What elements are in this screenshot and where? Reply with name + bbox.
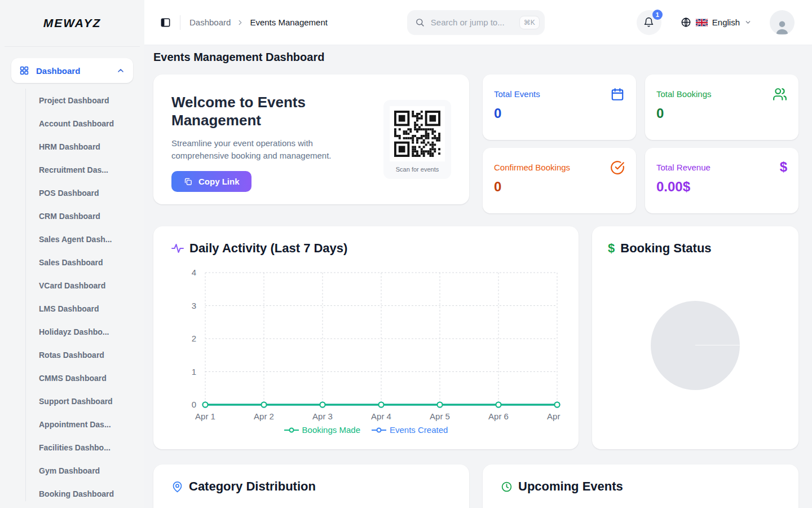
page-content: Events Management Dashboard Welcome to E… xyxy=(144,45,812,508)
clock-icon xyxy=(501,481,513,493)
welcome-card: Welcome to Events Management Streamline … xyxy=(153,75,469,204)
dollar-icon: $ xyxy=(780,160,787,174)
daily-activity-title: Daily Activity (Last 7 Days) xyxy=(189,241,347,256)
sidebar-item-label: Sales Dashboard xyxy=(39,258,103,267)
breadcrumb: Dashboard Events Management xyxy=(189,17,328,27)
search-input[interactable] xyxy=(430,17,514,28)
brand-logo: MEWAYZ xyxy=(43,16,102,30)
category-distribution-header: Category Distribution xyxy=(171,479,451,494)
sidebar-item-account-dashboard[interactable]: Account Dashboard xyxy=(0,112,144,135)
daily-activity-header: Daily Activity (Last 7 Days) xyxy=(171,241,561,256)
sidebar-item-label: Project Dashboard xyxy=(39,96,109,105)
chart-legend: Bookings MadeEvents Created xyxy=(171,425,561,435)
svg-text:Apr 3: Apr 3 xyxy=(312,411,333,421)
booking-status-title: Booking Status xyxy=(620,241,711,256)
qr-caption: Scan for events xyxy=(396,166,439,173)
legend-label: Events Created xyxy=(390,425,448,435)
booking-status-card: $ Booking Status xyxy=(592,226,798,449)
sidebar-item-cmms-dashboard[interactable]: CMMS Dashboard xyxy=(0,366,144,389)
breadcrumb-parent[interactable]: Dashboard xyxy=(189,17,231,27)
sidebar-item-appointment-das[interactable]: Appointment Das... xyxy=(0,413,144,436)
sidebar-item-label: Appointment Das... xyxy=(39,420,111,429)
uk-flag-icon xyxy=(696,19,708,27)
sidebar-item-label: Account Dashboard xyxy=(39,119,114,128)
row-charts: Daily Activity (Last 7 Days) 01234Apr 1A… xyxy=(153,226,798,449)
language-label: English xyxy=(712,17,740,27)
sidebar-item-hrm-dashboard[interactable]: HRM Dashboard xyxy=(0,135,144,158)
sidebar-item-sales-dashboard[interactable]: Sales Dashboard xyxy=(0,251,144,274)
sidebar-section-dashboard[interactable]: Dashboard xyxy=(11,58,133,83)
sidebar-item-rotas-dashboard[interactable]: Rotas Dashboard xyxy=(0,343,144,366)
legend-marker-icon xyxy=(284,427,299,433)
sidebar-item-project-dashboard[interactable]: Project Dashboard xyxy=(0,89,144,112)
svg-text:0: 0 xyxy=(192,400,196,409)
globe-icon xyxy=(681,17,691,28)
search-shortcut-badge: ⌘K xyxy=(519,16,540,29)
svg-text:2: 2 xyxy=(192,334,196,343)
legend-item-bookings-made: Bookings Made xyxy=(284,425,360,435)
svg-text:Apr 5: Apr 5 xyxy=(430,411,450,421)
stat-label: Total Bookings xyxy=(656,89,787,99)
sidebar-item-holidayz-dashbo[interactable]: Holidayz Dashbo... xyxy=(0,320,144,343)
upcoming-events-header: Upcoming Events xyxy=(501,479,780,494)
booking-status-pie xyxy=(651,301,740,390)
stat-card-total-revenue: Total Revenue 0.00$ $ xyxy=(645,148,798,213)
search-box: ⌘K xyxy=(407,10,545,35)
sidebar-toggle-icon[interactable] xyxy=(160,17,171,28)
svg-text:Apr 1: Apr 1 xyxy=(195,411,215,421)
sidebar-item-crm-dashboard[interactable]: CRM Dashboard xyxy=(0,204,144,227)
upcoming-events-card: Upcoming Events xyxy=(483,465,798,508)
user-avatar[interactable] xyxy=(770,10,795,35)
svg-text:4: 4 xyxy=(192,268,196,277)
topbar-divider xyxy=(180,15,180,30)
sidebar-item-label: Gym Dashboard xyxy=(39,466,100,475)
svg-text:Apr 6: Apr 6 xyxy=(488,411,509,421)
sidebar-item-label: CRM Dashboard xyxy=(39,212,100,221)
sidebar-item-label: LMS Dashboard xyxy=(39,304,99,313)
row-overview: Welcome to Events Management Streamline … xyxy=(153,75,798,213)
page-title: Events Management Dashboard xyxy=(153,51,798,64)
stat-value: 0.00$ xyxy=(656,179,787,195)
sidebar-item-label: Sales Agent Dash... xyxy=(39,235,112,244)
daily-activity-card: Daily Activity (Last 7 Days) 01234Apr 1A… xyxy=(153,226,579,449)
chevron-up-icon xyxy=(116,66,125,75)
users-icon xyxy=(773,87,787,102)
copy-link-button[interactable]: Copy Link xyxy=(171,171,251,192)
breadcrumb-current: Events Management xyxy=(250,17,328,27)
notifications-button[interactable]: 1 xyxy=(637,10,661,35)
welcome-title: Welcome to Events Management xyxy=(171,94,346,129)
sidebar-item-sales-agent-dash[interactable]: Sales Agent Dash... xyxy=(0,227,144,251)
sidebar-item-label: VCard Dashboard xyxy=(39,281,105,290)
topbar: Dashboard Events Management ⌘K xyxy=(144,0,812,45)
stats-grid: Total Events 0 Total Bookings 0 xyxy=(483,75,798,213)
dollar-icon: $ xyxy=(608,242,615,255)
language-selector[interactable]: English xyxy=(677,16,755,28)
user-avatar-icon xyxy=(774,19,791,34)
sidebar-item-support-dashboard[interactable]: Support Dashboard xyxy=(0,389,144,413)
sidebar-item-label: Support Dashboard xyxy=(39,397,113,406)
sidebar-item-lms-dashboard[interactable]: LMS Dashboard xyxy=(0,297,144,320)
category-distribution-card: Category Distribution xyxy=(153,465,469,508)
welcome-subtitle: Streamline your event operations with co… xyxy=(171,137,352,161)
sidebar-item-pos-dashboard[interactable]: POS Dashboard xyxy=(0,181,144,204)
booking-status-header: $ Booking Status xyxy=(608,241,783,256)
sidebar-item-label: Holidayz Dashbo... xyxy=(39,327,109,336)
bell-icon xyxy=(643,16,655,28)
copy-link-label: Copy Link xyxy=(198,177,240,186)
category-distribution-title: Category Distribution xyxy=(189,479,316,494)
sidebar-menu: Project DashboardAccount DashboardHRM Da… xyxy=(0,89,144,508)
legend-label: Bookings Made xyxy=(302,425,360,435)
sidebar-item-vcard-dashboard[interactable]: VCard Dashboard xyxy=(0,274,144,297)
stat-label: Total Events xyxy=(494,89,625,99)
stat-value: 0 xyxy=(656,106,787,121)
chevron-right-icon xyxy=(236,19,244,27)
sidebar-item-label: Recruitment Das... xyxy=(39,165,108,174)
stat-card-total-bookings: Total Bookings 0 xyxy=(645,75,798,140)
grid-icon xyxy=(19,65,29,76)
daily-activity-chart: 01234Apr 1Apr 2Apr 3Apr 4Apr 5Apr 6Apr 7 xyxy=(171,260,561,425)
sidebar-item-gym-dashboard[interactable]: Gym Dashboard xyxy=(0,459,144,482)
sidebar-section-label: Dashboard xyxy=(36,66,109,76)
sidebar-item-facilities-dashbo[interactable]: Facilities Dashbo... xyxy=(0,436,144,459)
sidebar-item-recruitment-das[interactable]: Recruitment Das... xyxy=(0,158,144,181)
sidebar-item-booking-dashboard[interactable]: Booking Dashboard xyxy=(0,482,144,505)
